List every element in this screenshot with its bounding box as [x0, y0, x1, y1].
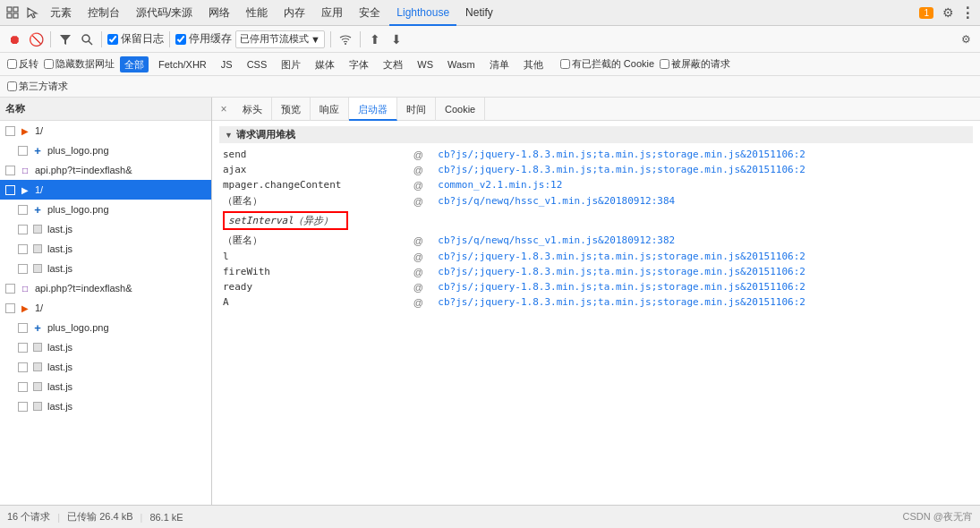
- item-checkbox[interactable]: [5, 303, 15, 313]
- list-item[interactable]: last.js: [0, 337, 211, 357]
- filter-js[interactable]: JS: [217, 56, 237, 72]
- stack-file[interactable]: cb?js/;jquery-1.8.3.min.js;ta.min.js;sto…: [434, 294, 973, 310]
- blocked-cookies-checkbox[interactable]: 有已拦截的 Cookie: [560, 57, 654, 71]
- menu-application[interactable]: 应用: [314, 0, 350, 26]
- item-checkbox[interactable]: [18, 264, 28, 274]
- toolbar-settings-button[interactable]: ⚙: [957, 30, 975, 48]
- list-item[interactable]: last.js: [0, 396, 211, 416]
- file-link[interactable]: cb?js/q/newq/hssc_v1.min.js&20180912:384: [438, 195, 675, 207]
- file-link[interactable]: cb?js/q/newq/hssc_v1.min.js&20180912:382: [438, 234, 675, 246]
- tab-cookie[interactable]: Cookie: [436, 98, 485, 121]
- tab-preview[interactable]: 预览: [272, 98, 311, 121]
- item-checkbox[interactable]: [5, 126, 15, 136]
- clear-button[interactable]: 🚫: [27, 30, 45, 48]
- filter-other[interactable]: 其他: [519, 56, 548, 72]
- item-checkbox[interactable]: [18, 362, 28, 372]
- list-item[interactable]: last.js: [0, 239, 211, 259]
- item-checkbox[interactable]: [18, 323, 28, 333]
- menu-elements[interactable]: 元素: [43, 0, 79, 26]
- blocked-requests-checkbox[interactable]: 被屏蔽的请求: [660, 57, 730, 71]
- file-link[interactable]: cb?js/;jquery-1.8.3.min.js;ta.min.js;sto…: [438, 149, 805, 160]
- list-item[interactable]: ▶1/: [0, 180, 211, 200]
- stack-file[interactable]: cb?js/q/newq/hssc_v1.min.js&20180912:382: [434, 232, 973, 249]
- filter-media[interactable]: 媒体: [311, 56, 339, 72]
- wifi-icon[interactable]: [337, 30, 354, 48]
- filter-font[interactable]: 字体: [345, 56, 373, 72]
- list-item[interactable]: +plus_logo.png: [0, 318, 211, 337]
- stack-file[interactable]: common_v2.1.min.js:12: [434, 177, 973, 192]
- stack-section-header[interactable]: ▼ 请求调用堆栈: [219, 126, 973, 143]
- item-checkbox[interactable]: [18, 382, 28, 392]
- list-item[interactable]: ▶1/: [0, 298, 211, 318]
- filter-ws[interactable]: WS: [413, 56, 438, 72]
- menu-memory[interactable]: 内存: [277, 0, 312, 26]
- filter-doc[interactable]: 文档: [379, 56, 407, 72]
- list-item[interactable]: ▶1/: [0, 121, 211, 141]
- filter-toggle-button[interactable]: [56, 30, 74, 48]
- stack-file[interactable]: cb?js/;jquery-1.8.3.min.js;ta.min.js;sto…: [434, 264, 973, 279]
- filter-manifest[interactable]: 清单: [485, 56, 514, 72]
- tab-initiator[interactable]: 启动器: [349, 98, 397, 121]
- item-checkbox[interactable]: [5, 185, 15, 195]
- import-button[interactable]: ⬆: [366, 30, 384, 48]
- filter-row: 反转 隐藏数据网址 全部 Fetch/XHR JS CSS 图片 媒体 字体 文…: [0, 53, 980, 76]
- menu-lighthouse[interactable]: Lighthouse: [389, 0, 456, 26]
- tab-timing[interactable]: 时间: [397, 98, 436, 121]
- item-checkbox[interactable]: [18, 402, 28, 412]
- menu-performance[interactable]: 性能: [239, 0, 275, 26]
- export-button[interactable]: ⬇: [388, 30, 405, 48]
- list-item[interactable]: □api.php?t=indexflash&: [0, 278, 211, 298]
- list-item[interactable]: last.js: [0, 357, 211, 377]
- hide-data-urls-checkbox[interactable]: 隐藏数据网址: [44, 57, 115, 71]
- filter-css[interactable]: CSS: [243, 56, 272, 72]
- stack-file[interactable]: cb?js/q/newq/hssc_v1.min.js&20180912:384: [434, 192, 973, 209]
- menu-security[interactable]: 安全: [352, 0, 388, 26]
- file-link[interactable]: cb?js/;jquery-1.8.3.min.js;ta.min.js;sto…: [438, 281, 805, 293]
- item-checkbox[interactable]: [18, 205, 28, 215]
- more-icon[interactable]: ⋮: [959, 4, 976, 21]
- list-item[interactable]: last.js: [0, 219, 211, 239]
- tab-headers[interactable]: 标头: [234, 98, 272, 121]
- filter-all[interactable]: 全部: [120, 56, 149, 72]
- folder-icon: ▶: [19, 124, 31, 137]
- stack-file[interactable]: cb?js/;jquery-1.8.3.min.js;ta.min.js;sto…: [434, 279, 973, 294]
- cursor-icon[interactable]: [23, 4, 41, 21]
- menu-network[interactable]: 网络: [201, 0, 237, 26]
- tab-response[interactable]: 响应: [311, 98, 349, 121]
- item-checkbox[interactable]: [18, 244, 28, 254]
- disable-cache-checkbox[interactable]: 停用缓存: [175, 31, 232, 47]
- record-stop-button[interactable]: ⏺: [5, 30, 23, 48]
- item-checkbox[interactable]: [18, 146, 28, 156]
- tab-close-button[interactable]: ×: [217, 103, 230, 115]
- item-checkbox[interactable]: [5, 166, 15, 175]
- throttle-dropdown[interactable]: 已停用节流模式 ▼: [235, 30, 325, 48]
- settings-icon[interactable]: ⚙: [939, 4, 957, 21]
- list-item[interactable]: +plus_logo.png: [0, 200, 211, 219]
- filter-fetch-xhr[interactable]: Fetch/XHR: [154, 56, 211, 72]
- stack-file[interactable]: cb?js/;jquery-1.8.3.min.js;ta.min.js;sto…: [434, 147, 973, 162]
- file-link[interactable]: cb?js/;jquery-1.8.3.min.js;ta.min.js;sto…: [438, 164, 805, 175]
- stack-file[interactable]: cb?js/;jquery-1.8.3.min.js;ta.min.js;sto…: [434, 162, 973, 177]
- item-checkbox[interactable]: [18, 225, 28, 234]
- menu-console[interactable]: 控制台: [81, 0, 127, 26]
- item-checkbox[interactable]: [5, 284, 15, 294]
- filter-img[interactable]: 图片: [277, 56, 305, 72]
- list-item[interactable]: □api.php?t=indexflash&: [0, 160, 211, 180]
- filter-wasm[interactable]: Wasm: [443, 56, 480, 72]
- preserve-log-checkbox[interactable]: 保留日志: [107, 31, 164, 47]
- menu-sources[interactable]: 源代码/来源: [129, 0, 200, 26]
- list-item[interactable]: +plus_logo.png: [0, 141, 211, 160]
- file-link[interactable]: cb?js/;jquery-1.8.3.min.js;ta.min.js;sto…: [438, 251, 805, 262]
- file-link[interactable]: cb?js/;jquery-1.8.3.min.js;ta.min.js;sto…: [438, 296, 805, 308]
- thirdparty-checkbox[interactable]: 第三方请求: [7, 80, 68, 93]
- item-checkbox[interactable]: [18, 343, 28, 353]
- file-link[interactable]: common_v2.1.min.js:12: [438, 179, 562, 191]
- inspect-icon[interactable]: [4, 4, 21, 21]
- file-link[interactable]: cb?js/;jquery-1.8.3.min.js;ta.min.js;sto…: [438, 266, 805, 277]
- list-item[interactable]: last.js: [0, 377, 211, 396]
- menu-netify[interactable]: Netify: [458, 0, 500, 26]
- stack-file[interactable]: cb?js/;jquery-1.8.3.min.js;ta.min.js;sto…: [434, 249, 973, 264]
- invert-checkbox[interactable]: 反转: [7, 57, 38, 71]
- list-item[interactable]: last.js: [0, 259, 211, 278]
- search-button[interactable]: [78, 30, 96, 48]
